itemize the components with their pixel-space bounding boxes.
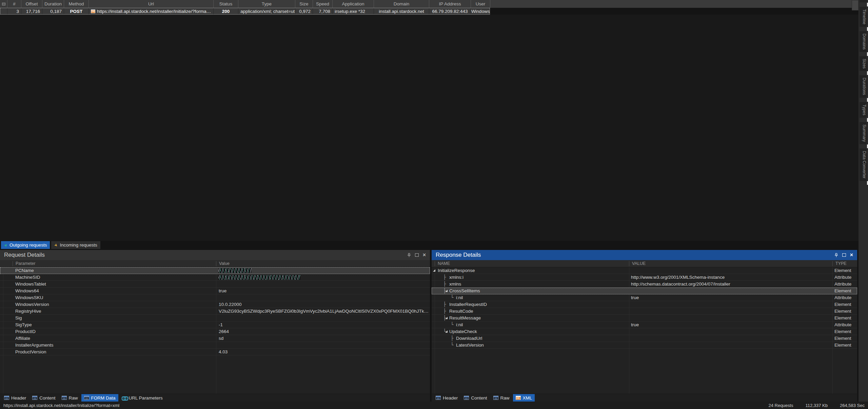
tree-branch-line: ├ <box>443 301 446 308</box>
xml-tree-row[interactable]: ├ CrossSellItems Element <box>432 288 857 294</box>
col-header-icon[interactable] <box>0 0 7 8</box>
row-status: 200 <box>213 8 238 15</box>
col-value[interactable]: VALUE <box>629 261 646 266</box>
close-icon[interactable]: × <box>850 252 853 258</box>
col-type[interactable]: TYPE <box>832 261 847 266</box>
pin-icon[interactable] <box>834 253 838 257</box>
row-domain: install.api.stardock.net <box>374 8 429 15</box>
xml-tree-row[interactable]: ├ xmlns:i http://www.w3.org/2001/XMLSche… <box>432 274 857 281</box>
col-value[interactable]: Value <box>216 261 230 266</box>
footer-tab[interactable]: Raw <box>59 394 81 402</box>
param-row[interactable]: InstallerArguments <box>0 342 430 349</box>
footer-tab[interactable]: Header <box>433 394 460 402</box>
col-header-application[interactable]: Application <box>332 0 374 8</box>
param-row[interactable]: WindowsSKU <box>0 294 430 301</box>
param-value: sd <box>219 335 429 342</box>
col-header-url[interactable]: Url <box>88 0 213 8</box>
col-header-user[interactable]: User <box>471 0 490 8</box>
maximize-icon[interactable] <box>415 253 419 257</box>
xml-tree-row[interactable]: InitializeResponse Element <box>432 267 857 274</box>
col-header-type[interactable]: Type <box>238 0 295 8</box>
col-header-size[interactable]: Size <box>295 0 313 8</box>
side-tab[interactable]: Structure <box>860 0 867 2</box>
param-value <box>219 274 429 280</box>
footer-tab[interactable]: Content <box>29 394 58 402</box>
node-type: Attribute <box>834 322 851 328</box>
col-header-ip[interactable]: IP Address <box>429 0 471 8</box>
pin-icon[interactable] <box>407 253 411 257</box>
col-header-duration[interactable]: Duration <box>42 0 64 8</box>
footer-tab-label: Content <box>471 395 487 401</box>
response-footer-tabs: Header Content Raw XML <box>432 394 857 402</box>
param-row[interactable]: WindowsVersion 10.0.22000 <box>0 301 430 308</box>
side-tab[interactable]: Sizes <box>860 56 867 71</box>
footer-tab[interactable]: FORM Data <box>81 394 118 402</box>
param-row[interactable]: Sig <box>0 315 430 322</box>
node-name: DownloadUrl <box>456 335 482 342</box>
footer-tab-label: URL Parameters <box>129 395 163 401</box>
expander-icon[interactable] <box>433 269 435 272</box>
xml-tree-row[interactable]: └ UpdateCheck Element <box>432 328 857 335</box>
tab-label: Incoming requests <box>60 242 97 248</box>
param-row[interactable]: MachineSID <box>0 274 430 281</box>
request-row-selected[interactable]: 3 17,716 0,187 POST https://install.api.… <box>0 8 490 15</box>
param-row[interactable]: RegistryHive V2luZG93cyBSZWdpc3RyeSBFZGl… <box>0 308 430 315</box>
node-type: Element <box>834 328 851 335</box>
col-parameter[interactable]: Parameter <box>13 261 35 266</box>
param-row[interactable]: PCName <box>0 267 430 274</box>
xml-tree-row[interactable]: ├ ResultMessage Element <box>432 315 857 322</box>
param-row[interactable]: ProductVersion 4.03 <box>0 349 430 355</box>
xml-tree-row[interactable]: ├ xmlns http://schemas.datacontract.org/… <box>432 281 857 288</box>
footer-tab[interactable]: Content <box>461 394 490 402</box>
xml-tree-row[interactable]: └ i:nil true Attribute <box>432 322 857 328</box>
param-row[interactable]: WindowsTablet <box>0 281 430 288</box>
param-row[interactable]: SigType -1 <box>0 322 430 328</box>
xml-tree-row[interactable]: └ LatestVersion Element <box>432 342 857 349</box>
side-tab[interactable]: Durations <box>860 75 867 97</box>
col-header-num[interactable]: # <box>7 0 21 8</box>
scrollbar-button[interactable] <box>852 0 859 11</box>
param-row[interactable]: Affiliate sd <box>0 335 430 342</box>
side-tab-label: Sizes <box>862 59 867 69</box>
node-type: Attribute <box>834 294 851 301</box>
side-tab[interactable]: Timeline <box>860 7 867 27</box>
col-header-domain[interactable]: Domain <box>374 0 429 8</box>
side-tab[interactable]: Types <box>860 102 867 118</box>
param-row[interactable]: ProductID 2664 <box>0 328 430 335</box>
footer-tab[interactable]: URL Parameters <box>119 394 165 402</box>
xml-tree-row[interactable]: ├ DownloadUrl Element <box>432 335 857 342</box>
tab-label: Outgoing requests <box>9 242 47 248</box>
col-header-offset[interactable]: Offset <box>21 0 42 8</box>
expander-icon[interactable] <box>445 290 448 292</box>
side-tab[interactable]: Domains <box>860 31 867 52</box>
tab-incoming-requests[interactable]: ➤ Incoming requests <box>51 241 100 249</box>
expander-icon[interactable] <box>445 317 448 319</box>
col-name[interactable]: NAME <box>435 261 450 266</box>
param-row[interactable]: Windows64 true <box>0 288 430 294</box>
col-header-method[interactable]: Method <box>64 0 88 8</box>
node-name: LatestVersion <box>456 342 484 348</box>
tab-outgoing-requests[interactable]: ➤ Outgoing requests <box>1 241 50 249</box>
node-type: Element <box>834 335 851 342</box>
node-name: ResultCode <box>449 308 473 314</box>
footer-tab[interactable]: Raw <box>491 394 512 402</box>
param-name: PCName <box>15 267 34 274</box>
xml-tree-row[interactable]: ├ InstallerRequestID Element <box>432 301 857 308</box>
row-offset: 17,716 <box>21 8 42 15</box>
footer-tab[interactable]: Header <box>1 394 29 402</box>
footer-tab-icon <box>436 396 441 400</box>
side-tab[interactable]: Data Converter <box>860 149 867 181</box>
col-header-speed[interactable]: Speed <box>313 0 332 8</box>
outgoing-arrow-icon: ➤ <box>3 242 8 248</box>
side-tab[interactable]: Summary <box>860 122 867 144</box>
close-icon[interactable]: × <box>423 252 426 258</box>
request-footer-tabs: Header Content Raw FORM Data <box>0 394 430 402</box>
xml-tree-row[interactable]: └ i:nil true Attribute <box>432 294 857 301</box>
footer-tab[interactable]: XML <box>513 394 535 402</box>
row-url: https://install.api.stardock.net/install… <box>88 8 213 15</box>
tree-branch-line: ├ <box>443 274 446 280</box>
maximize-icon[interactable] <box>842 253 846 257</box>
expander-icon[interactable] <box>445 330 448 333</box>
col-header-status[interactable]: Status <box>213 0 238 8</box>
xml-tree-row[interactable]: ├ ResultCode Element <box>432 308 857 315</box>
